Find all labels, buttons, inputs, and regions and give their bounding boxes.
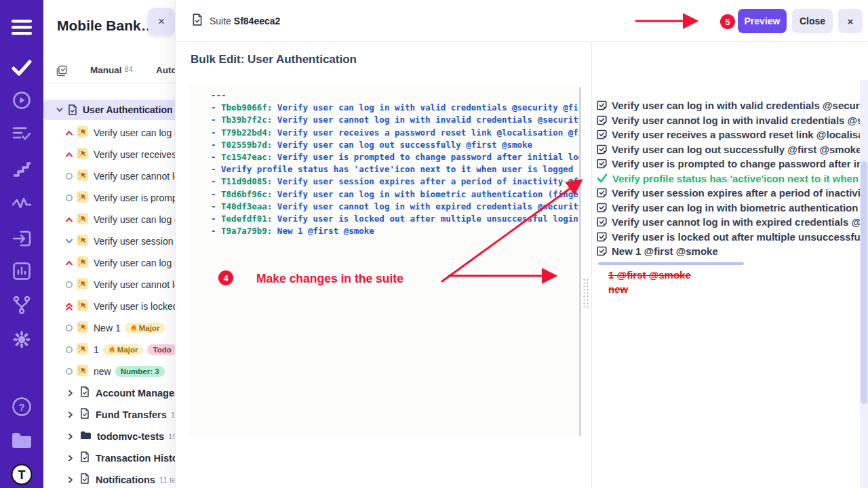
preview-item-text: Verify profile status has 'active'icon n…	[612, 173, 868, 184]
tree-test-row[interactable]: Verify user cannot log in with invalid c…	[43, 165, 175, 187]
gear-icon[interactable]	[9, 327, 34, 352]
preview-item: Verify user can log in with biometric au…	[597, 201, 868, 216]
test-label: Verify user can log in with biometric au…	[94, 258, 175, 268]
preview-item: Verify user cannot log in with invalid c…	[597, 113, 868, 128]
menu-icon[interactable]	[9, 15, 34, 39]
tree-test-row[interactable]: Verify user is locked out after multiple…	[43, 296, 175, 317]
suite-label: todomvc-tests	[97, 431, 164, 442]
test-label: Verify user cannot log in with invalid c…	[94, 171, 175, 182]
preview-scrollbar-thumb[interactable]	[861, 161, 867, 404]
automated-click-icon	[77, 191, 88, 205]
tree-test-row[interactable]: Verify user cannot log in with expired c…	[43, 274, 175, 296]
bulk-edit-title: Bulk Edit: User Authentication	[191, 53, 357, 66]
priority-normal-icon	[64, 194, 74, 202]
priority-high-icon	[64, 151, 74, 158]
chevron-right-icon	[66, 411, 75, 419]
preview-item: New 1 @first @smoke	[597, 244, 868, 259]
preview-item-text: Verify user cannot log in with invalid c…	[612, 115, 868, 126]
editor-line: - T9a7a79b9: New 1 @first @smoke	[211, 225, 580, 237]
test-id: Tedefdf01:	[221, 214, 272, 224]
priority-normal-icon	[64, 346, 74, 354]
task-checkbox-icon	[597, 203, 607, 213]
doc-icon	[80, 408, 90, 422]
automated-click-icon	[77, 300, 88, 314]
task-checkbox-icon	[597, 232, 607, 242]
tree-test-row[interactable]: Verify user session expires after a peri…	[43, 230, 175, 252]
branch-icon[interactable]	[9, 293, 34, 317]
automated-click-icon	[77, 126, 88, 140]
suite-doc-icon	[68, 104, 77, 115]
tree-test-row[interactable]: New 1Major	[43, 317, 175, 339]
help-icon[interactable]: ?	[9, 394, 34, 419]
test-id: T02559b7d:	[221, 140, 272, 150]
activity-icon[interactable]	[9, 191, 34, 216]
editor-scrollbar[interactable]	[579, 87, 581, 436]
yaml-editor[interactable]: ---- Tbeb9066f: Verify user can log in w…	[189, 84, 580, 436]
preview-item-text: Verify user can log out successfully @fi…	[612, 144, 862, 155]
avatar[interactable]: T	[9, 462, 34, 487]
tab-manual[interactable]: Manual84	[90, 65, 133, 75]
test-label: Verify user cannot log in with expired c…	[94, 279, 175, 290]
tree-test-row[interactable]: Verify user can log out successfully	[43, 209, 175, 230]
tree-test-row[interactable]: Verify user receives a password reset li…	[43, 144, 175, 165]
tree-test-row[interactable]: Verify user can log in with valid creden…	[43, 122, 175, 144]
drawer-tabs: Manual84 Automated	[43, 64, 175, 83]
preview-item-text: Verify user session expires after a peri…	[612, 187, 868, 199]
bar-chart-icon[interactable]	[9, 259, 34, 283]
editor-line: - Tc1547eac: Verify user is prompted to …	[211, 151, 580, 163]
close-button[interactable]: Close	[792, 9, 833, 33]
tree-suite-user-authentication[interactable]: User Authentication	[43, 100, 175, 120]
panel-resize-grip[interactable]	[583, 278, 590, 309]
editor-line: ---	[211, 89, 580, 102]
chevron-right-icon	[66, 389, 75, 397]
import-icon[interactable]	[9, 226, 34, 251]
tree-suite-row[interactable]: Transaction History	[43, 447, 175, 469]
chevron-right-icon	[66, 432, 75, 441]
preview-item: Verify user receives a password reset li…	[597, 127, 868, 142]
test-label: Verify user can log out successfully	[94, 214, 175, 225]
preview-scrollbar-track[interactable]	[860, 80, 868, 488]
suite-label: Fund Transfers	[96, 409, 167, 420]
suite-count: 19	[168, 432, 175, 441]
preview-item: Verify user cannot log in with expired c…	[597, 215, 868, 230]
automated-click-icon	[77, 343, 88, 357]
task-checkbox-icon	[597, 115, 607, 125]
automated-click-icon	[77, 213, 88, 227]
select-all-icon[interactable]	[56, 65, 68, 79]
priority-normal-icon	[64, 172, 74, 180]
tree-suite-row[interactable]: Notifications11 tests	[43, 469, 175, 488]
tree-test-row[interactable]: newNumber: 3	[43, 361, 175, 382]
test-id: Tb39b7f2c:	[221, 115, 272, 125]
tree-test-row[interactable]: Verify user can log in with biometric au…	[43, 252, 175, 274]
preview-item-text: Verify user receives a password reset li…	[612, 129, 868, 140]
test-label: Verify user receives a password reset li…	[94, 149, 175, 160]
suite-label: Transaction History	[96, 453, 175, 464]
diff-divider	[598, 262, 744, 265]
tree-suite-row[interactable]: todomvc-tests19	[43, 426, 175, 447]
tab-automated[interactable]: Automated	[156, 65, 175, 75]
play-icon[interactable]	[9, 88, 34, 113]
steps-icon[interactable]	[9, 157, 34, 182]
preview-item: Verify user is prompted to change passwo…	[597, 157, 868, 171]
preview-button[interactable]: Preview	[738, 9, 787, 33]
editor-line: - T02559b7d: Verify user can log out suc…	[211, 139, 580, 151]
priority-normal-icon	[64, 281, 74, 289]
editor-line: - Tbeb9066f: Verify user can log in with…	[211, 102, 580, 114]
list-check-icon[interactable]	[9, 121, 34, 146]
tree-test-row[interactable]: Verify user is prompted to change passwo…	[43, 187, 175, 209]
editor-line: - T40df3eaa: Verify user cannot log in w…	[211, 201, 580, 213]
chevron-right-icon	[66, 454, 75, 462]
tree-test-row[interactable]: 1MajorTodo	[43, 339, 175, 361]
editor-line: - T11d9d085: Verify user session expires…	[211, 176, 580, 188]
tree-suite-row[interactable]: Fund Transfers12	[43, 404, 175, 426]
suite-doc-icon	[192, 14, 203, 28]
suite-reference: Suite Sf84eeca2	[192, 14, 280, 28]
folder-icon[interactable]	[9, 428, 34, 453]
tree-suite-row[interactable]: Account Management	[43, 382, 175, 404]
priority-normal-icon	[64, 367, 74, 375]
preview-item: Verify user is locked out after multiple…	[597, 230, 868, 245]
x-button[interactable]: ×	[838, 9, 863, 33]
drawer-close-button[interactable]: ×	[148, 8, 175, 35]
check-icon[interactable]	[9, 56, 34, 80]
automated-click-icon	[77, 148, 88, 162]
